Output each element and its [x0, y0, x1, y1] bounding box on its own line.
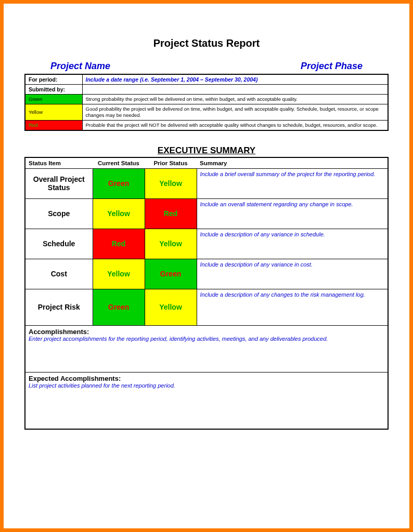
table-row: Project Risk Green Yellow Include a desc…: [25, 289, 388, 325]
period-value: Include a date range (i.e. September 1, …: [82, 74, 388, 85]
current-status-cell: Green: [93, 168, 145, 198]
row-item: Scope: [25, 198, 93, 229]
submitted-value: [82, 85, 388, 95]
row-summary: Include a description of any variance in…: [197, 259, 388, 289]
legend-yellow-desc: Good probability the project will be del…: [82, 104, 388, 120]
legend-green: Green: [25, 95, 82, 104]
executive-summary-title: EXECUTIVE SUMMARY: [24, 145, 389, 156]
expected-text: List project activities planned for the …: [29, 382, 384, 389]
col-status-item: Status Item: [25, 157, 93, 169]
expected-label: Expected Accomplishments:: [29, 375, 121, 382]
col-current: Current Status: [93, 157, 145, 169]
accomplishments-label: Accomplishments:: [29, 328, 89, 336]
current-status-cell: Green: [93, 289, 145, 325]
current-status-cell: Red: [93, 229, 145, 259]
prior-status-cell: Red: [145, 198, 197, 229]
prior-status-cell: Yellow: [145, 289, 197, 325]
legend-green-desc: Strong probability the project will be d…: [82, 95, 388, 104]
expected-accomplishments-section: Expected Accomplishments: List project a…: [25, 372, 388, 429]
row-summary: Include an overall statement regarding a…: [197, 198, 388, 229]
legend-red-desc: Probable that the project will NOT be de…: [82, 120, 388, 130]
row-item: Overall Project Status: [25, 168, 93, 198]
table-row: Overall Project Status Green Yellow Incl…: [25, 168, 388, 198]
row-summary: Include a description of any variance in…: [197, 229, 388, 259]
current-status-cell: Yellow: [93, 259, 145, 289]
accomplishments-text: Enter project accomplishments for the re…: [29, 336, 384, 342]
table-row: Schedule Red Yellow Include a descriptio…: [25, 229, 388, 259]
col-prior: Prior Status: [145, 157, 197, 169]
row-summary: Include a description of any changes to …: [197, 289, 388, 325]
submitted-label: Submitted by:: [25, 85, 82, 95]
current-status-cell: Yellow: [93, 198, 145, 229]
period-label: For period:: [25, 74, 82, 85]
row-summary: Include a brief overall summary of the p…: [197, 168, 388, 198]
info-table: For period: Include a date range (i.e. S…: [24, 74, 389, 131]
table-header-row: Status Item Current Status Prior Status …: [25, 157, 388, 169]
prior-status-cell: Green: [145, 259, 197, 289]
executive-summary-table: Status Item Current Status Prior Status …: [24, 157, 389, 430]
page-title: Project Status Report: [24, 37, 389, 49]
project-phase-label: Project Phase: [301, 61, 363, 72]
row-item: Cost: [25, 259, 93, 289]
legend-yellow: Yellow: [25, 104, 82, 120]
table-row: Cost Yellow Green Include a description …: [25, 259, 388, 289]
legend-red: Red: [25, 120, 82, 130]
row-item: Project Risk: [25, 289, 93, 325]
table-row: Scope Yellow Red Include an overall stat…: [25, 198, 388, 229]
row-item: Schedule: [25, 229, 93, 259]
project-name-label: Project Name: [50, 61, 110, 72]
header-row: Project Name Project Phase: [24, 61, 389, 74]
prior-status-cell: Yellow: [145, 168, 197, 198]
col-summary: Summary: [197, 157, 388, 169]
prior-status-cell: Yellow: [145, 229, 197, 259]
accomplishments-section: Accomplishments: Enter project accomplis…: [25, 325, 388, 372]
